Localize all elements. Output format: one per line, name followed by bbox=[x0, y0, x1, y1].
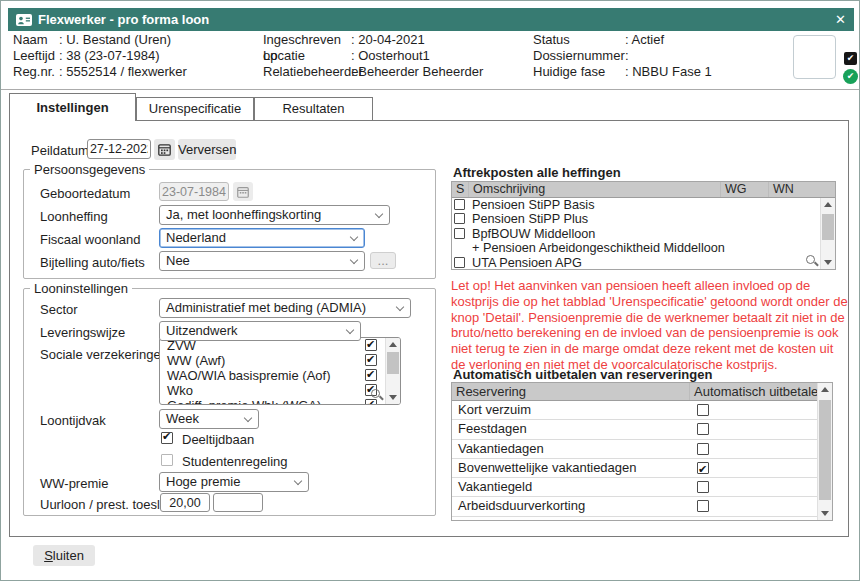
group-looninstellingen: Looninstellingen Sector Administratief m… bbox=[23, 288, 436, 516]
field-label: Leeftijd bbox=[13, 48, 59, 64]
field-value: 5552514 / flexwerker bbox=[59, 64, 187, 80]
header-checkbox-icon[interactable]: ✔ bbox=[844, 52, 857, 65]
sluiten-button[interactable]: Sluiten bbox=[33, 545, 95, 566]
studentenregeling-label: Studentenregeling bbox=[182, 454, 288, 469]
leveringswijze-select[interactable]: Uitzendwerk bbox=[159, 321, 361, 341]
window-title: Flexwerker - pro forma loon bbox=[38, 12, 209, 27]
deduction-checkbox[interactable] bbox=[454, 257, 465, 268]
social-insurance-label: WAO/WIA basispremie (Aof) bbox=[167, 368, 331, 383]
field-value bbox=[625, 48, 632, 64]
reservation-label: Vakantiedagen bbox=[458, 441, 544, 456]
calendar-icon bbox=[237, 186, 249, 198]
col-header-omschrijving: Omschrijving bbox=[469, 182, 721, 197]
scroll-down-icon[interactable] bbox=[821, 511, 829, 516]
tab-resultaten[interactable]: Resultaten bbox=[254, 97, 373, 120]
scroll-up-icon[interactable] bbox=[389, 342, 397, 347]
verversen-button[interactable]: Verversen bbox=[178, 139, 236, 160]
bijtelling-more-button[interactable]: ... bbox=[370, 252, 396, 269]
tab-instellingen[interactable]: Instellingen bbox=[9, 93, 136, 121]
social-insurance-item[interactable]: Wko bbox=[160, 383, 400, 398]
fiscaal-woonland-select[interactable]: Nederland bbox=[159, 228, 365, 248]
studentenregeling-checkbox[interactable] bbox=[161, 454, 173, 466]
auto-payout-checkbox[interactable] bbox=[697, 481, 709, 493]
deduction-row[interactable]: Pensioen StiPP Plus bbox=[452, 212, 835, 226]
zoom-magnifier-icon[interactable] bbox=[806, 255, 815, 264]
scroll-down-icon[interactable] bbox=[824, 260, 832, 265]
header-col-identity: NaamU. Bestand (Uren) Leeftijd38 (23-07-… bbox=[13, 32, 187, 80]
loontijdvak-label: Loontijdvak bbox=[40, 413, 106, 428]
social-insurance-label: Gediff. premie Whk (WGA) bbox=[167, 398, 321, 405]
reservation-row[interactable]: Arbeidsduurverkorting bbox=[452, 497, 832, 516]
header-col-status: StatusActief Dossiernummer Huidige faseN… bbox=[533, 32, 712, 80]
reservation-row[interactable]: Vakantiegeld bbox=[452, 478, 832, 497]
social-insurance-item[interactable]: WW (Awf) bbox=[160, 353, 400, 368]
reservation-row[interactable]: Kort verzuim bbox=[452, 401, 832, 420]
table-scrollbar[interactable] bbox=[817, 383, 832, 520]
col-header-automatisch-uitbetalen: Automatisch uitbetalen bbox=[690, 383, 832, 400]
peildatum-input[interactable] bbox=[87, 139, 151, 159]
prestatie-toeslag-input[interactable] bbox=[213, 493, 263, 512]
deduction-row[interactable]: + Pensioen Arbeidongeschiktheid Middello… bbox=[452, 241, 835, 255]
reservation-row[interactable]: Vakantiedagen bbox=[452, 440, 832, 459]
calendar-button[interactable] bbox=[154, 139, 175, 160]
social-insurance-checkbox[interactable] bbox=[365, 339, 377, 351]
deduction-row[interactable]: Pensioen StiPP Basis bbox=[452, 198, 835, 212]
auto-payout-checkbox[interactable] bbox=[697, 404, 709, 416]
list-scrollbar[interactable] bbox=[385, 338, 400, 404]
scroll-up-icon[interactable] bbox=[821, 387, 829, 392]
sociale-verzekeringen-list[interactable]: ZVW WW (Awf) WAO/WIA basispremie (Aof) W… bbox=[159, 337, 401, 405]
leveringswijze-label: Leveringswijze bbox=[40, 325, 125, 340]
deduction-checkbox[interactable] bbox=[454, 213, 465, 224]
chevron-down-icon bbox=[350, 256, 358, 264]
loontijdvak-select[interactable]: Week bbox=[159, 409, 259, 429]
deduction-row[interactable]: UTA Pensioen APG bbox=[452, 256, 835, 270]
sociale-verzekeringen-label: Sociale verzekeringen bbox=[40, 347, 168, 362]
ww-premie-select[interactable]: Hoge premie bbox=[159, 472, 309, 492]
scroll-thumb[interactable] bbox=[819, 400, 831, 500]
field-value: Oosterhout1 bbox=[351, 48, 430, 64]
scroll-up-icon[interactable] bbox=[824, 202, 832, 207]
bijtelling-label: Bijtelling auto/fiets bbox=[40, 255, 145, 270]
field-label: Relatiebeheerder bbox=[263, 64, 351, 80]
scroll-down-icon[interactable] bbox=[389, 395, 397, 400]
deduction-row[interactable]: BpfBOUW Middelloon bbox=[452, 227, 835, 241]
tab-urenspecificatie[interactable]: Urenspecificatie bbox=[136, 97, 254, 120]
social-insurance-item[interactable]: Gediff. premie Whk (WGA) bbox=[160, 398, 400, 405]
reservation-row[interactable] bbox=[452, 517, 832, 521]
deduction-checkbox[interactable] bbox=[454, 228, 465, 239]
field-value: 20-04-2021 bbox=[351, 32, 425, 48]
deduction-checkbox[interactable] bbox=[454, 199, 465, 210]
close-icon[interactable]: ✕ bbox=[835, 13, 846, 26]
table-scrollbar[interactable] bbox=[820, 198, 835, 269]
auto-payout-checkbox[interactable] bbox=[697, 423, 709, 435]
auto-payout-checkbox[interactable] bbox=[697, 443, 709, 455]
uurloon-label: Uurloon / prest. toeslag bbox=[40, 497, 174, 512]
auto-payout-checkbox[interactable] bbox=[697, 500, 709, 512]
field-label: Dossiernummer bbox=[533, 48, 625, 64]
social-insurance-checkbox[interactable] bbox=[365, 399, 377, 405]
deduction-label: BpfBOUW Middelloon bbox=[472, 227, 595, 241]
sector-select[interactable]: Administratief met beding (ADMIA) bbox=[159, 298, 411, 318]
scroll-thumb[interactable] bbox=[822, 214, 834, 240]
social-insurance-label: WW (Awf) bbox=[167, 353, 225, 368]
loontijdvak-value: Week bbox=[166, 411, 199, 426]
uurloon-input[interactable] bbox=[160, 493, 210, 512]
scroll-thumb[interactable] bbox=[387, 352, 399, 374]
bijtelling-value: Nee bbox=[166, 253, 190, 268]
social-insurance-checkbox[interactable] bbox=[365, 354, 377, 366]
reservation-label: Bovenwettelijke vakantiedagen bbox=[458, 460, 637, 475]
col-header-reservering: Reservering bbox=[452, 383, 690, 400]
auto-payout-checkbox[interactable] bbox=[697, 520, 709, 521]
header-divider bbox=[1, 89, 859, 90]
reservation-row[interactable]: Feestdagen bbox=[452, 420, 832, 439]
deeltijdbaan-checkbox[interactable] bbox=[161, 432, 173, 444]
auto-payout-checkbox[interactable] bbox=[697, 462, 709, 474]
field-label: Naam bbox=[13, 32, 59, 48]
social-insurance-checkbox[interactable] bbox=[365, 369, 377, 381]
loonheffing-value: Ja, met loonheffingskorting bbox=[166, 207, 321, 222]
social-insurance-item[interactable]: WAO/WIA basispremie (Aof) bbox=[160, 368, 400, 383]
loonheffing-select[interactable]: Ja, met loonheffingskorting bbox=[159, 205, 390, 225]
zoom-magnifier-icon[interactable] bbox=[371, 389, 380, 398]
bijtelling-select[interactable]: Nee bbox=[159, 251, 365, 271]
reservation-row[interactable]: Bovenwettelijke vakantiedagen bbox=[452, 459, 832, 478]
